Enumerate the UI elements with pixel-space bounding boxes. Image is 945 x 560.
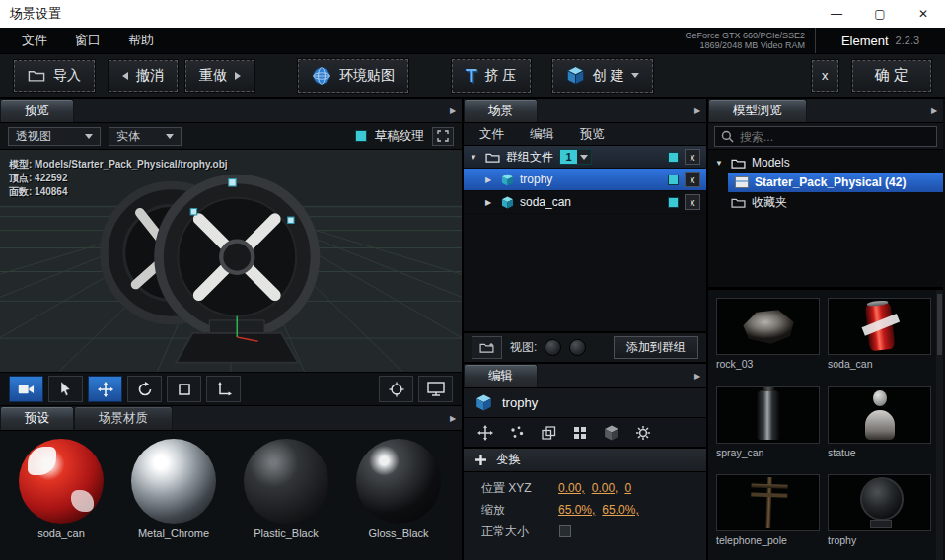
extrude-button[interactable]: T 挤 压 [452,59,531,93]
preview-expander-icon[interactable]: ▶ [444,106,462,115]
remove-group-button[interactable]: x [685,149,700,165]
expand-viewport-button[interactable] [432,127,454,146]
cube-tab-icon[interactable] [604,425,619,441]
screen-preview-button[interactable] [418,376,453,402]
position-z-value[interactable]: 0 [624,481,631,495]
position-x-value[interactable]: 0.00, [558,481,585,495]
tab-presets[interactable]: 预设 [0,406,74,430]
thumbnail-soda-can[interactable]: soda_can [828,298,931,378]
close-button[interactable]: ✕ [902,0,945,28]
thumbnail-image[interactable] [828,474,931,531]
thumbnail-spray-can[interactable]: spray_can [716,386,820,466]
draft-texture-indicator[interactable] [355,130,367,142]
thumbnail-statue[interactable]: statue [828,386,931,466]
scene-menu-preview[interactable]: 预览 [570,126,615,143]
undo-button[interactable]: 撤消 [109,60,178,92]
material-item[interactable]: Plastic_Black [241,439,331,560]
position-y-value[interactable]: 0.00, [592,481,618,495]
tree-row-soda-can[interactable]: ▶ soda_can x [464,191,706,214]
tab-preview[interactable]: 预览 [0,99,74,122]
move-tab-icon[interactable] [477,425,493,441]
rotate-tool-button[interactable] [127,376,162,402]
view-sphere-button-1[interactable] [545,339,561,356]
presets-expander-icon[interactable]: ▶ [444,414,462,423]
tab-scene-materials[interactable]: 场景材质 [74,406,173,430]
tree-row-favorites[interactable]: 收藏夹 [708,192,943,212]
duplicate-grid-tab-icon[interactable] [572,425,588,441]
menu-window[interactable]: 窗口 [61,32,114,49]
material-sphere-plastic-black[interactable] [244,439,328,524]
viewport-3d[interactable]: 模型: Models/Starter_Pack_Physical/trophy.… [0,150,462,373]
edit-expander-icon[interactable]: ▶ [689,372,706,381]
visibility-indicator[interactable] [668,175,679,185]
new-group-button[interactable] [472,336,502,359]
crosshair-button[interactable] [379,376,413,402]
create-button[interactable]: 创 建 [552,59,654,93]
normal-size-checkbox[interactable] [559,525,571,537]
import-button[interactable]: 导入 [14,60,95,92]
select-tool-button[interactable] [48,376,83,402]
menu-help[interactable]: 帮助 [114,32,168,49]
transform-section-header[interactable]: 变换 [464,449,706,472]
add-to-group-button[interactable]: 添加到群组 [614,336,698,359]
tab-model-browser[interactable]: 模型浏览 [708,99,807,122]
material-sphere-soda-can[interactable] [19,439,104,524]
material-item[interactable]: Metal_Chrome [128,439,219,560]
scene-expander-icon[interactable]: ▶ [689,106,706,115]
search-input[interactable] [740,130,930,144]
tree-closed-icon[interactable]: ▶ [485,175,495,184]
shading-mode-dropdown[interactable]: 实体 [109,127,182,146]
material-item[interactable]: soda_can [16,439,107,560]
tree-row-models[interactable]: ▼ Models [708,153,943,173]
thumbnail-scrollbar[interactable] [936,290,943,560]
maximize-button[interactable]: ▢ [858,0,902,28]
close-x-button[interactable]: x [812,60,838,92]
scale-x-value[interactable]: 65.0%, [558,503,595,517]
remove-item-button[interactable]: x [685,194,700,210]
visibility-indicator[interactable] [668,152,679,163]
thumbnail-rock-03[interactable]: rock_03 [716,298,820,378]
thumbnail-telephone-pole[interactable]: telephone_pole [716,474,820,554]
scene-menu-edit[interactable]: 编辑 [520,126,564,143]
view-sphere-button-2[interactable] [569,339,586,356]
axis-tool-button[interactable] [206,376,241,402]
tree-open-icon[interactable]: ▼ [470,153,479,162]
menu-file[interactable]: 文件 [8,32,61,49]
particles-tab-icon[interactable] [509,425,525,441]
thumbnail-trophy[interactable]: trophy [828,474,931,554]
group-count-dropdown[interactable]: 1 [559,149,592,165]
material-sphere-metal-chrome[interactable] [131,439,216,524]
tree-row-group[interactable]: ▼ 群组文件 1 x [464,146,706,169]
scale-y-value[interactable]: 65.0%, [602,503,638,517]
scene-menu-file[interactable]: 文件 [470,126,514,143]
tree-row-trophy[interactable]: ▶ trophy x [464,169,706,191]
environment-map-button[interactable]: 环境贴图 [298,59,408,93]
scale-tool-button[interactable] [167,376,201,402]
thumbnail-image[interactable] [716,386,820,444]
redo-button[interactable]: 重做 [185,60,254,92]
browser-expander-icon[interactable]: ▶ [925,106,943,115]
layers-tab-icon[interactable] [541,425,556,441]
move-tool-button[interactable] [88,376,122,402]
material-sphere-gloss-black[interactable] [356,439,441,524]
camera-tool-button[interactable] [9,376,43,402]
visibility-indicator[interactable] [668,197,679,208]
tree-row-starter-pack[interactable]: Starter_Pack_Physical (42) [728,173,943,192]
thumbnail-image[interactable] [716,298,820,355]
view-mode-dropdown[interactable]: 透视图 [8,127,101,146]
tree-closed-icon[interactable]: ▶ [485,198,495,207]
tab-scene[interactable]: 场景 [464,99,538,122]
tab-edit[interactable]: 编辑 [464,364,538,387]
gear-tab-icon[interactable] [635,425,651,441]
ok-button[interactable]: 确 定 [852,60,931,92]
material-item[interactable]: Gloss_Black [353,439,444,560]
thumbnail-image[interactable] [828,386,931,444]
chevron-down-icon [580,155,588,160]
remove-item-button[interactable]: x [685,172,700,187]
search-box[interactable] [714,126,937,147]
folder-icon [731,197,746,208]
thumbnail-image[interactable] [828,298,931,355]
thumbnail-image[interactable] [716,474,820,531]
minimize-button[interactable]: — [815,0,858,28]
tree-open-icon[interactable]: ▼ [715,159,725,168]
